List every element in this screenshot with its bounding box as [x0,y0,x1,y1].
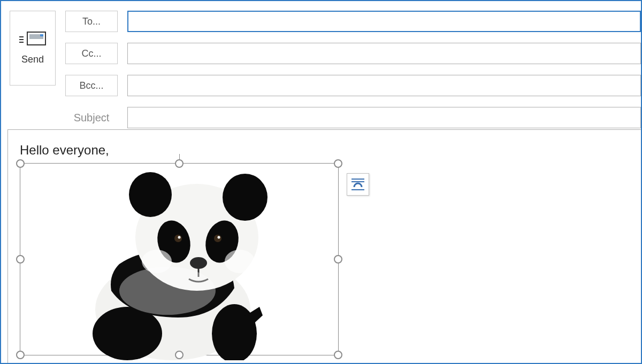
send-button[interactable]: Send [10,11,56,86]
resize-handle-top-middle[interactable] [175,159,184,168]
bcc-button[interactable]: Bcc... [65,75,118,96]
svg-rect-16 [351,179,364,180]
resize-handle-bottom-right[interactable] [334,351,342,359]
svg-point-2 [212,304,257,360]
svg-point-15 [119,267,216,315]
greeting-text: Hello everyone, [20,143,629,158]
subject-label: Subject [65,107,118,128]
message-body[interactable]: Hello everyone, [7,129,641,363]
resize-handle-bottom-left[interactable] [16,351,25,359]
resize-handle-middle-right[interactable] [334,255,342,264]
svg-point-12 [190,257,207,269]
svg-point-9 [178,236,181,239]
resize-handle-bottom-middle[interactable] [175,351,184,359]
panda-image-icon [82,157,296,360]
svg-rect-18 [351,189,364,190]
cc-field[interactable] [127,43,641,64]
svg-point-11 [218,236,220,239]
svg-point-8 [174,235,182,242]
svg-point-4 [129,172,172,217]
send-label: Send [21,54,44,65]
bcc-field[interactable] [127,75,641,96]
compose-window: Send To... Cc... Bcc... Subject Hello ev… [0,0,642,364]
svg-rect-17 [351,181,364,182]
svg-point-10 [214,235,221,242]
compose-header: Send To... Cc... Bcc... Subject [1,1,641,128]
svg-point-14 [225,250,255,273]
resize-handle-top-right[interactable] [334,159,342,168]
svg-point-5 [223,174,268,221]
resize-handle-top-left[interactable] [16,159,25,168]
layout-options-button[interactable] [347,173,369,196]
subject-field[interactable] [127,107,641,128]
to-field[interactable] [127,11,641,32]
layout-options-icon [350,176,366,192]
to-button[interactable]: To... [65,11,118,32]
resize-handle-middle-left[interactable] [16,255,25,264]
cc-button[interactable]: Cc... [65,43,118,64]
send-envelope-icon [19,32,46,48]
inserted-image[interactable] [20,163,339,355]
